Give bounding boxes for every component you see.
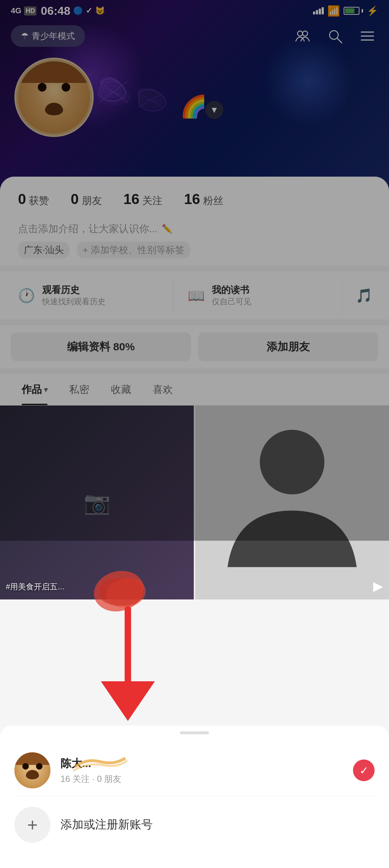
sheet-handle	[180, 731, 209, 734]
content-caption-1: #用美食开启五...	[6, 581, 188, 592]
overlay-dim	[0, 0, 389, 541]
add-account-item[interactable]: + 添加或注册新账号	[0, 796, 389, 854]
account-name: 陈大...	[61, 756, 375, 771]
add-icon: +	[14, 807, 50, 843]
play-icon: ▶	[373, 579, 383, 594]
account-stats: 16 关注 · 0 朋友	[61, 773, 375, 785]
bottom-sheet: 陈大... 16 关注 · 0 朋友 ✓ + 添加或注册新账号	[0, 726, 389, 868]
account-avatar	[14, 752, 50, 788]
account-avatar-image	[14, 752, 50, 788]
account-item-active[interactable]: 陈大... 16 关注 · 0 朋友 ✓	[0, 745, 389, 796]
add-account-label: 添加或注册新账号	[61, 817, 153, 833]
active-account-check: ✓	[353, 760, 375, 781]
account-name-container: 陈大... 16 关注 · 0 朋友	[61, 756, 375, 785]
